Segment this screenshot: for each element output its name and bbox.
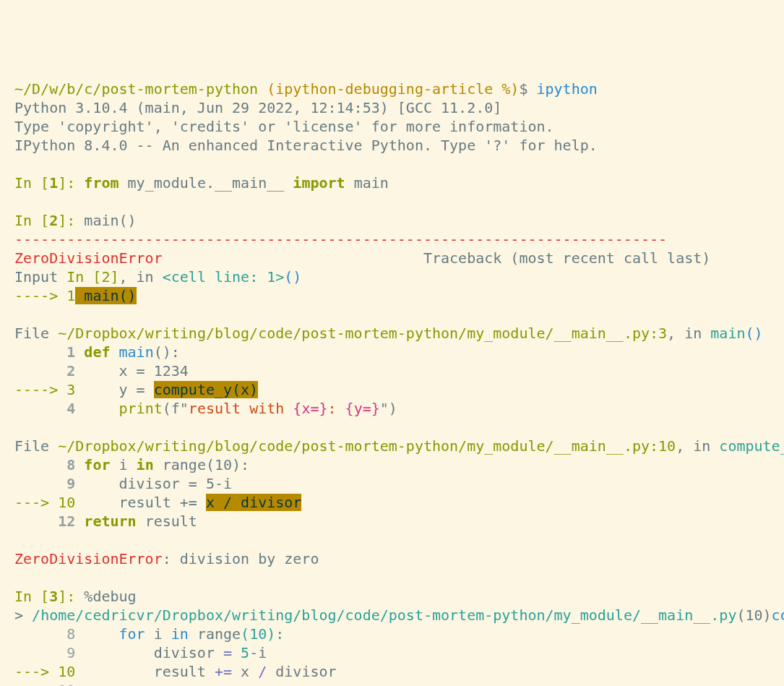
banner-line-1: Python 3.10.4 (main, Jun 29 2022, 12:14:…	[14, 99, 501, 116]
pdb-eq: =	[223, 644, 232, 661]
pdb-i: i	[145, 625, 171, 643]
pdb-body10a: result	[75, 663, 215, 680]
lineno-12: 12	[14, 513, 75, 530]
fstr-int2: {y=}	[345, 400, 380, 417]
compute-call: compute_y(x)	[154, 381, 259, 398]
fstr-open: (f"	[163, 400, 189, 417]
arrow-10: ---> 10	[14, 494, 75, 511]
in-prompt-1-num: 1	[49, 174, 58, 192]
error-class: ZeroDivisionError	[14, 249, 163, 267]
in-prompt-3-num: 3	[49, 588, 58, 605]
funcname-main: main	[110, 343, 153, 361]
div-expr: x / divisor	[206, 494, 301, 511]
banner-line-3: IPython 8.4.0 -- An enhanced Interactive…	[14, 137, 598, 154]
pdb-range-arg: (10):	[241, 625, 284, 643]
tb-in-ref: In [2]	[66, 268, 119, 286]
fstr-close: ")	[380, 400, 397, 417]
pdb-minus: -	[249, 644, 258, 661]
in-prompt-3-suffix: ]:	[58, 588, 75, 605]
body-9: divisor = 5-i	[75, 475, 232, 492]
yeq: y =	[75, 381, 153, 398]
mainmod: __main__	[215, 174, 284, 192]
kw-in: in	[137, 456, 154, 473]
traceback-label: Traceback (most recent call last)	[423, 249, 710, 267]
result-eq: result +=	[75, 494, 206, 511]
pdb-pluseq: +=	[215, 663, 232, 680]
pdb-body9b: 5	[232, 644, 249, 661]
debug-magic: %debug	[75, 588, 136, 605]
file2-label: File	[14, 437, 58, 455]
in-prompt-2-num: 2	[49, 212, 58, 229]
fstr-int1: {x=}	[293, 400, 327, 417]
return-val: result	[137, 513, 197, 530]
tb-parens: ()	[284, 268, 301, 286]
pdb-range: range	[189, 625, 241, 643]
in-2-call: main()	[75, 212, 136, 229]
lineno-2: 2	[14, 362, 75, 380]
pdb-loc: (10)	[736, 606, 771, 624]
tb-main-call: main()	[75, 287, 136, 304]
pdb-body10c: divisor	[267, 663, 336, 680]
terminal[interactable]: ~/D/w/b/c/post-mortem-python (ipython-de…	[14, 80, 770, 686]
cwd-path: ~/D/w/b/c/post-mortem-python	[14, 80, 258, 98]
tb-pad	[163, 249, 423, 267]
file1-parens: ()	[745, 325, 762, 342]
sig: ():	[154, 343, 180, 361]
kw-return: return	[75, 513, 136, 530]
import-name: main	[345, 174, 389, 192]
var-i: i	[110, 456, 136, 473]
pdb-ln9: 9	[14, 644, 75, 661]
pdb-arrow: ---> 10	[14, 663, 75, 680]
pdb-in: in	[171, 625, 189, 643]
lineno-9: 9	[14, 475, 75, 492]
file1-func: main	[710, 325, 745, 342]
in-prompt-3: In [	[14, 588, 49, 605]
traceback-separator: ----------------------------------------…	[14, 231, 667, 248]
tb-comma-in: , in	[119, 268, 163, 286]
arrow-3: ----> 3	[14, 381, 75, 398]
banner-line-2: Type 'copyright', 'credits' or 'license'…	[14, 118, 554, 135]
fstr-text1: result with	[189, 400, 293, 417]
lineno-4: 4	[14, 400, 75, 417]
kw-from: from	[84, 174, 119, 192]
tb-cell: <cell line: 1>	[163, 268, 285, 286]
range-call: range(10):	[154, 456, 249, 473]
git-branch: (ipython-debugging-article %)	[267, 80, 519, 98]
in-prompt-2-suffix: ]:	[58, 212, 75, 229]
lineno-8: 8	[14, 456, 75, 473]
pdb-ln8: 8	[14, 625, 75, 643]
final-error-msg: : division by zero	[163, 550, 319, 567]
file2-func: compute_	[719, 437, 784, 455]
tb-arrow-1: ----> 1	[14, 287, 75, 304]
lineno-1: 1	[14, 343, 75, 361]
kw-import: import	[284, 174, 345, 192]
print-fn: print	[75, 400, 162, 417]
command-typed: ipython	[537, 80, 598, 98]
fstr-colon: :	[328, 400, 345, 417]
tb-input-label: Input	[14, 268, 66, 286]
pdb-angle: >	[14, 606, 32, 624]
file2-in: , in	[676, 437, 719, 455]
in-prompt-2: In [	[14, 212, 49, 229]
file1-label: File	[14, 325, 58, 342]
pdb-for: for	[75, 625, 145, 643]
file2-path: ~/Dropbox/writing/blog/code/post-mortem-…	[58, 437, 676, 455]
pdb-body9a: divisor	[75, 644, 223, 661]
kw-for: for	[75, 456, 110, 473]
pdb-body9c: i	[258, 644, 267, 661]
pdb-ln11: 11	[14, 682, 75, 686]
in-prompt-1-suffix: ]:	[58, 174, 75, 192]
prompt-dollar: $	[519, 80, 527, 98]
pdb-body10b: x	[232, 663, 258, 680]
body-2: x = 1234	[75, 362, 189, 380]
pdb-path: /home/cedricvr/Dropbox/writing/blog/code…	[32, 606, 736, 624]
pdb-div: /	[258, 663, 267, 680]
file1-in: , in	[667, 325, 710, 342]
in-prompt-1: In [	[14, 174, 49, 192]
cwd-sep	[258, 80, 267, 98]
file1-path: ~/Dropbox/writing/blog/code/post-mortem-…	[58, 325, 667, 342]
kw-def: def	[75, 343, 110, 361]
final-error-class: ZeroDivisionError	[14, 550, 163, 567]
pdb-func: co	[772, 606, 784, 624]
sp	[527, 80, 536, 98]
